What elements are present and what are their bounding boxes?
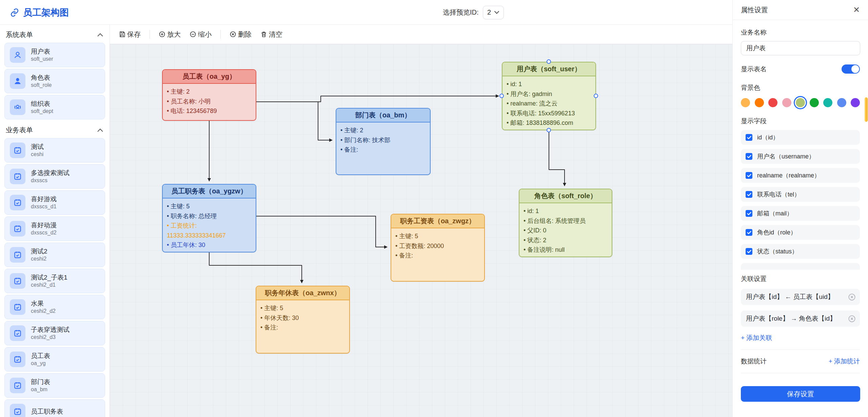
diagram-node-oa_zwgz[interactable]: 职务工资表（oa_zwgz）• 主键: 5• 工资数额: 20000• 备注: [391,214,485,282]
table-card-name: 员工职务表 [31,407,63,416]
sidebar-table-card[interactable]: 测试2ceshi2 [4,243,105,267]
field-checkbox[interactable] [746,210,752,217]
remove-relation-icon[interactable] [848,315,856,323]
field-row-clipped[interactable] [741,263,860,270]
chevron-up-icon[interactable] [97,33,103,37]
bg-color-swatch-3[interactable] [782,98,791,107]
business-name-label: 业务名称 [741,28,860,37]
sidebar-table-card[interactable]: 部门表oa_bm [4,373,105,398]
business-name-input[interactable] [741,41,860,55]
field-checkbox[interactable] [746,134,752,141]
connection-handle-bottom[interactable] [547,128,551,132]
zoom-in-button[interactable]: 放大 [159,30,181,39]
sidebar-table-card[interactable]: 组织表soft_dept [4,95,105,119]
node-field: • id: 1 [524,206,608,216]
sidebar-table-card[interactable]: 用户表soft_user [4,43,105,67]
chevron-up-icon[interactable] [97,128,103,132]
bg-color-swatch-4[interactable] [796,98,805,107]
show-table-name-toggle[interactable] [842,64,860,74]
edge-oa_ygzw-to-oa_zwgz[interactable] [256,216,387,247]
add-relation-link[interactable]: + 添加关联 [741,334,772,342]
node-fields: • 主键: 5• 职务名称: 总经理• 工资统计:11333.333333341… [163,198,256,252]
remove-relation-icon[interactable] [848,293,856,301]
connection-handle-right[interactable] [594,94,598,98]
form-icon [10,299,25,315]
sidebar-section-title: 系统表单 [6,30,33,39]
bg-color-swatch-8[interactable] [851,98,860,107]
bg-color-swatch-5[interactable] [810,98,819,107]
node-field: • 备注说明: null [524,245,608,255]
org-icon [10,99,25,115]
table-sidebar[interactable]: 系统表单用户表soft_user角色表soft_role组织表soft_dept… [0,25,110,417]
diagram-node-oa_zwnx[interactable]: 职务年休表（oa_zwnx）• 主键: 5• 年休天数: 30• 备注: [256,286,350,354]
page-title: 员工架构图 [10,0,69,25]
delete-button[interactable]: 删除 [230,30,252,39]
table-card-code: ceshi2_d2 [31,308,56,315]
connection-handle-top[interactable] [547,59,551,64]
field-checkbox[interactable] [746,153,752,160]
table-card-code: ceshi2 [31,255,47,262]
node-fields: • 主键: 5• 工资数额: 20000• 备注: [391,228,484,264]
edge-oa_yg-to-soft_user[interactable] [256,96,499,102]
form-icon [10,404,25,417]
diagram-node-oa_bm[interactable]: 部门表（oa_bm）• 主键: 2• 部门名称: 技术部• 备注: [336,108,431,175]
panel-scrollbar-thumb[interactable] [865,97,868,122]
bg-color-swatch-0[interactable] [741,98,750,107]
table-card-name: 多选搜索测试 [31,169,70,177]
diagram-node-oa_ygzw[interactable]: 员工职务表（oa_ygzw）• 主键: 5• 职务名称: 总经理• 工资统计:1… [162,184,256,252]
sidebar-section-header[interactable]: 业务表单 [4,124,105,138]
diagram-node-soft_user[interactable]: 用户表（soft_user）• id: 1• 用户名: gadmin• real… [502,62,596,130]
sidebar-table-card[interactable]: 喜好动漫dxsscs_d2 [4,216,105,241]
field-row: 联系电话（tel） [741,187,860,202]
clear-button[interactable]: 清空 [260,30,282,39]
node-field: • 备注: [260,323,345,333]
diagram-node-soft_role[interactable]: 角色表（soft_role）• id: 1• 后台组名: 系统管理员• 父ID:… [519,189,612,257]
node-title: 部门表（oa_bm） [336,109,430,122]
table-card-name: 测试2 [31,247,47,255]
bg-color-swatch-7[interactable] [837,98,846,107]
field-checkbox[interactable] [746,229,752,236]
bg-color-swatch-6[interactable] [823,98,832,107]
node-field: • 联系电话: 15xx5996213 [507,109,591,118]
sidebar-section-header[interactable]: 系统表单 [4,28,105,43]
edge-oa_ygzw-to-oa_zwnx[interactable] [209,252,302,283]
sidebar-table-card[interactable]: 水果ceshi2_d2 [4,295,105,319]
sidebar-table-card[interactable]: 员工职务表 [4,399,105,417]
table-card-name: 子表穿透测试 [31,326,70,334]
edge-oa_yg-to-oa_bm[interactable] [256,102,332,140]
table-card-code: soft_user [31,56,53,62]
edge-soft_user-to-soft_role[interactable] [549,130,565,186]
delete-icon [230,31,236,38]
node-field: • 备注: [395,251,480,261]
form-icon [10,195,25,210]
bg-color-swatch-2[interactable] [768,98,777,107]
field-checkbox[interactable] [746,172,752,179]
bg-color-swatch-1[interactable] [755,98,764,107]
field-row: 角色id（role） [741,225,860,240]
field-checkbox[interactable] [746,191,752,198]
sidebar-table-card[interactable]: 员工表oa_yg [4,347,105,372]
table-card-name: 喜好动漫 [31,221,57,229]
toolbar-separator [220,30,221,39]
sidebar-table-card[interactable]: 子表穿透测试ceshi2_d3 [4,321,105,345]
sidebar-table-card[interactable]: 多选搜索测试dxsscs [4,164,105,189]
connection-handle-left[interactable] [499,94,504,98]
field-label: id（id） [757,133,779,141]
field-checkbox[interactable] [746,248,752,255]
save-settings-button[interactable]: 保存设置 [741,386,860,402]
add-stats-link[interactable]: + 添加统计 [829,357,860,366]
diagram-canvas[interactable]: 员工表（oa_yg）• 主键: 2• 员工名称: 小明• 电话: 1234567… [110,44,732,417]
sidebar-table-card[interactable]: 喜好游戏dxsscs_d1 [4,190,105,215]
sidebar-table-card[interactable]: 测试ceshi [4,138,105,163]
close-icon[interactable]: ✕ [853,6,860,14]
panel-title: 属性设置 [741,5,768,15]
chevron-down-icon [494,11,499,14]
sidebar-table-card[interactable]: 测试2_子表1ceshi2_d1 [4,269,105,293]
sidebar-table-card[interactable]: 角色表soft_role [4,69,105,93]
form-icon [10,169,25,184]
relation-row: 用户表【id】 ← 员工表【uid】 [741,289,860,305]
diagram-node-oa_yg[interactable]: 员工表（oa_yg）• 主键: 2• 员工名称: 小明• 电话: 1234567… [162,69,256,121]
preview-id-select[interactable]: 2 [483,6,504,19]
zoom-out-button[interactable]: 缩小 [190,30,212,39]
save-button[interactable]: 保存 [119,30,141,39]
